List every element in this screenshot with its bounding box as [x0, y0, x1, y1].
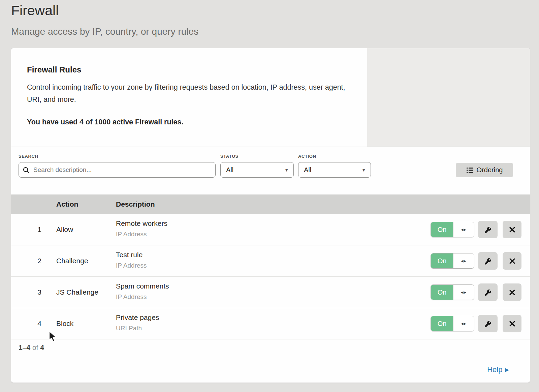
ordering-button-label: Ordering	[477, 166, 503, 174]
row-number: 3	[35, 277, 44, 308]
action-dropdown-value: All	[304, 166, 311, 174]
move-horizontal-icon: ◂▸	[461, 289, 467, 295]
rules-usage-text: You have used 4 of 1000 active Firewall …	[27, 118, 183, 126]
rule-enabled-toggle[interactable]: On ◂▸	[431, 253, 474, 269]
row-number: 2	[35, 245, 44, 276]
wrench-icon	[484, 289, 492, 296]
delete-rule-button[interactable]	[503, 221, 521, 238]
delete-rule-button[interactable]	[503, 252, 521, 270]
row-match-type: IP Address	[116, 293, 147, 301]
ordered-list-icon	[466, 167, 473, 174]
action-dropdown[interactable]: All ▼	[298, 162, 371, 178]
toggle-drag-handle[interactable]: ◂▸	[453, 253, 474, 268]
table-header: Action Description	[11, 194, 530, 214]
chevron-down-icon: ▼	[361, 168, 366, 173]
row-match-type: IP Address	[116, 231, 147, 238]
close-icon	[509, 320, 516, 327]
toggle-drag-handle[interactable]: ◂▸	[453, 285, 474, 300]
rules-card-description: Control incoming traffic to your zone by…	[27, 81, 347, 105]
rule-enabled-toggle[interactable]: On ◂▸	[431, 316, 474, 331]
toggle-on-label[interactable]: On	[431, 222, 453, 237]
firewall-rules-card: Create a Firewall rule Firewall Rules Co…	[11, 48, 530, 383]
firewall-page: Firewall Manage access by IP, country, o…	[0, 0, 539, 392]
edit-rule-button[interactable]	[478, 283, 498, 301]
search-icon	[23, 167, 29, 173]
move-horizontal-icon: ◂▸	[461, 258, 467, 264]
page-subtitle: Manage access by IP, country, or query r…	[11, 26, 198, 37]
status-label: STATUS	[220, 154, 239, 159]
section-divider	[11, 147, 530, 147]
delete-rule-button[interactable]	[503, 283, 521, 301]
page-title: Firewall	[11, 3, 59, 19]
column-header-description: Description	[116, 200, 155, 208]
search-input[interactable]	[33, 166, 211, 174]
row-description: Spam comments	[116, 282, 169, 290]
row-description: Test rule	[116, 251, 142, 259]
delete-rule-button[interactable]	[503, 315, 521, 332]
action-label: ACTION	[298, 154, 316, 159]
footer-divider	[11, 362, 530, 362]
row-action: Challenge	[56, 245, 88, 276]
toggle-drag-handle[interactable]: ◂▸	[453, 316, 474, 331]
row-action: JS Challenge	[56, 277, 98, 308]
pagination-of: of	[32, 343, 38, 351]
help-link[interactable]: Help ▶	[487, 365, 509, 374]
table-row: 3 JS Challenge Spam comments IP Address …	[11, 277, 530, 308]
toggle-drag-handle[interactable]: ◂▸	[453, 222, 474, 237]
rules-table-body: 1 Allow Remote workers IP Address On ◂▸ …	[11, 214, 530, 339]
table-row: 1 Allow Remote workers IP Address On ◂▸	[11, 214, 530, 245]
move-horizontal-icon: ◂▸	[461, 227, 467, 233]
column-header-action: Action	[56, 200, 78, 208]
close-icon	[509, 289, 516, 296]
row-description: Remote workers	[116, 219, 167, 228]
edit-rule-button[interactable]	[478, 221, 498, 238]
toggle-on-label[interactable]: On	[431, 316, 453, 331]
row-number: 1	[35, 214, 44, 245]
edit-rule-button[interactable]	[478, 252, 498, 270]
search-box	[19, 162, 216, 178]
edit-rule-button[interactable]	[478, 315, 498, 332]
wrench-icon	[484, 257, 492, 265]
row-description: Private pages	[116, 313, 159, 322]
pagination-total: 4	[40, 343, 44, 351]
search-label: SEARCH	[19, 154, 38, 159]
row-action: Block	[56, 308, 73, 339]
pagination: 1–4 of 4	[19, 343, 44, 352]
wrench-icon	[484, 226, 492, 234]
wrench-icon	[484, 320, 492, 328]
table-row: 2 Challenge Test rule IP Address On ◂▸	[11, 245, 530, 277]
rules-card-title: Firewall Rules	[27, 65, 81, 74]
row-match-type: IP Address	[116, 262, 147, 269]
create-rule-panel: Create a Firewall rule	[367, 48, 530, 147]
pagination-range: 1–4	[19, 343, 30, 351]
status-dropdown-value: All	[226, 166, 233, 174]
table-row: 4 Block Private pages URI Path On ◂▸	[11, 308, 530, 339]
chevron-down-icon: ▼	[284, 168, 289, 173]
help-link-label: Help	[487, 365, 502, 374]
rule-enabled-toggle[interactable]: On ◂▸	[431, 284, 474, 300]
arrow-right-icon: ▶	[505, 367, 509, 373]
toggle-on-label[interactable]: On	[431, 253, 453, 268]
close-icon	[509, 226, 516, 233]
row-match-type: URI Path	[116, 325, 142, 332]
close-icon	[509, 258, 516, 265]
row-number: 4	[35, 308, 44, 339]
row-action: Allow	[56, 214, 73, 245]
ordering-button[interactable]: Ordering	[456, 163, 513, 177]
status-dropdown[interactable]: All ▼	[220, 162, 294, 178]
rule-enabled-toggle[interactable]: On ◂▸	[431, 222, 474, 237]
move-horizontal-icon: ◂▸	[461, 321, 467, 327]
toggle-on-label[interactable]: On	[431, 285, 453, 300]
